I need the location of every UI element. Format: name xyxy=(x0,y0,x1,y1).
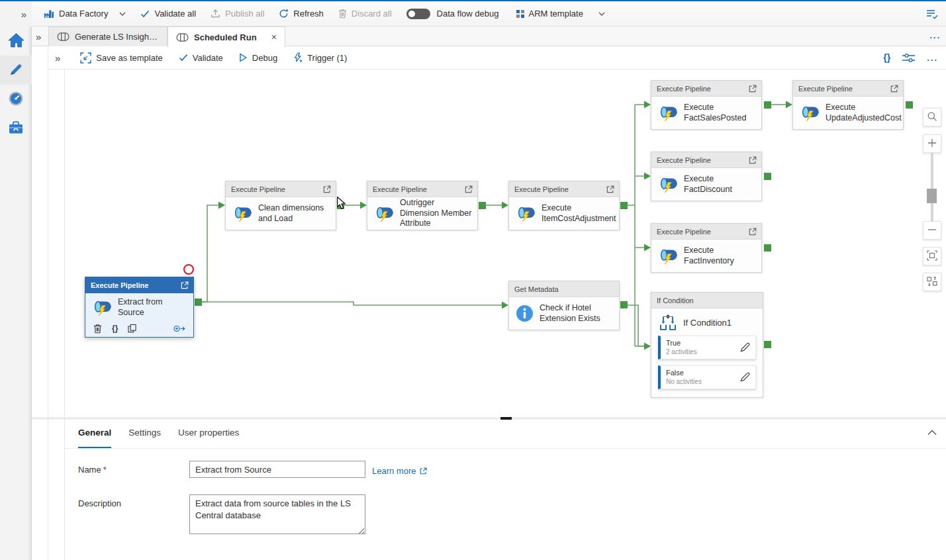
edit-branch-icon[interactable] xyxy=(740,342,750,352)
name-label: Name* xyxy=(78,461,189,478)
open-activity-icon[interactable] xyxy=(464,185,473,194)
node-header[interactable]: Execute Pipeline xyxy=(85,277,193,293)
name-input[interactable] xyxy=(189,461,365,478)
node-header[interactable]: Get Metadata xyxy=(509,281,619,297)
zoom-in-button[interactable] xyxy=(923,134,941,153)
node-body: Execute FactInventory xyxy=(651,240,761,272)
arm-template-icon xyxy=(516,10,524,18)
tab-scheduled-run[interactable]: Scheduled Run × xyxy=(167,26,285,47)
node-header[interactable]: Execute Pipeline xyxy=(509,181,619,197)
canvas-search-button[interactable] xyxy=(923,108,941,126)
refresh-button[interactable]: Refresh xyxy=(279,9,324,19)
description-textarea[interactable]: Extract data from source tables in the L… xyxy=(189,494,365,534)
node-header[interactable]: Execute Pipeline xyxy=(651,224,761,240)
validate-all-button[interactable]: Validate all xyxy=(140,9,196,19)
node-outrigger-dimension-member-attribute[interactable]: Execute Pipeline Outrigger Dimension Mem… xyxy=(367,181,478,230)
zoom-to-fit-button[interactable] xyxy=(923,247,941,265)
publish-icon xyxy=(211,9,220,19)
tab-generate-ls-insight[interactable]: Generate LS Insight ... xyxy=(48,26,167,46)
node-if-condition1[interactable]: If Condition If Condition1 True2 activit… xyxy=(651,292,763,398)
activity-title: Extract from Source xyxy=(118,297,189,318)
node-header[interactable]: Execute Pipeline xyxy=(651,152,761,168)
node-header[interactable]: Execute Pipeline xyxy=(367,181,477,197)
tab-list-collapse-button[interactable]: » xyxy=(36,26,41,46)
settings-sliders-icon[interactable] xyxy=(902,53,915,63)
node-header[interactable]: Execute Pipeline xyxy=(226,181,336,197)
description-field-row: Description Extract data from source tab… xyxy=(78,494,365,536)
node-body: Execute FactDiscount xyxy=(651,168,761,201)
node-execute-factinventory[interactable]: Execute Pipeline Execute FactInventory xyxy=(651,223,762,273)
zoom-out-button[interactable] xyxy=(923,221,941,240)
validate-button[interactable]: Validate xyxy=(179,53,223,63)
discard-all-button[interactable]: Discard all xyxy=(338,9,392,19)
node-action-bar: {} xyxy=(85,322,193,337)
pipeline-overflow-button[interactable]: ... xyxy=(927,53,938,63)
pipeline-canvas[interactable]: Execute Pipeline Extract from Source {} … xyxy=(65,70,946,417)
toolbox-icon xyxy=(8,120,24,137)
zoom-slider-track[interactable] xyxy=(931,153,933,221)
publish-all-button[interactable]: Publish all xyxy=(211,9,264,19)
activities-pane-expand-button[interactable]: » xyxy=(55,52,60,64)
tab-user-properties[interactable]: User properties xyxy=(178,428,239,448)
save-as-template-button[interactable]: Save as template xyxy=(80,52,162,64)
if-true-branch[interactable]: True2 activities xyxy=(658,336,756,359)
refresh-icon xyxy=(279,9,289,19)
node-execute-factsalesposted[interactable]: Execute Pipeline Execute FactSalesPosted xyxy=(651,80,762,130)
zoom-slider-thumb[interactable] xyxy=(927,189,937,203)
clone-activity-icon[interactable] xyxy=(128,324,136,333)
node-check-if-hotel-extension-exists[interactable]: Get Metadata Check if Hotel Extension Ex… xyxy=(508,281,620,330)
close-tab-icon[interactable]: × xyxy=(271,32,277,42)
open-activity-icon[interactable] xyxy=(890,84,899,93)
edit-branch-icon[interactable] xyxy=(740,372,750,382)
data-factory-menu[interactable]: Data Factory xyxy=(44,9,126,19)
open-activity-icon[interactable] xyxy=(322,185,332,194)
get-metadata-info-icon xyxy=(516,304,534,322)
open-activity-icon[interactable] xyxy=(748,156,757,165)
node-execute-updateadjustedcost[interactable]: Execute Pipeline Execute UpdateAdjustedC… xyxy=(792,80,904,130)
node-execute-itemcostadjustment[interactable]: Execute Pipeline Execute ItemCostAdjustm… xyxy=(508,181,620,230)
node-execute-factdiscount[interactable]: Execute Pipeline Execute FactDiscount xyxy=(651,152,762,201)
node-header[interactable]: If Condition xyxy=(651,293,763,308)
node-extract-from-source[interactable]: Execute Pipeline Extract from Source {} xyxy=(85,277,194,338)
tab-overflow-button[interactable]: ... xyxy=(929,30,941,40)
data-flow-debug-toggle[interactable] xyxy=(406,9,430,19)
add-output-icon[interactable] xyxy=(173,325,185,332)
execute-pipeline-icon xyxy=(658,105,678,122)
execute-pipeline-icon xyxy=(658,248,678,265)
debug-button[interactable]: Debug xyxy=(239,53,277,63)
auto-align-button[interactable] xyxy=(923,273,941,291)
trash-icon xyxy=(338,9,347,19)
node-header[interactable]: Execute Pipeline xyxy=(793,81,903,97)
nav-author-button[interactable] xyxy=(0,56,32,85)
save-as-template-label: Save as template xyxy=(96,53,162,63)
arm-template-menu[interactable]: ARM template xyxy=(516,9,605,19)
activity-title: Execute FactInventory xyxy=(684,246,757,266)
execute-pipeline-icon xyxy=(232,205,252,222)
tab-general[interactable]: General xyxy=(78,428,111,448)
activity-title: Execute FactDiscount xyxy=(684,174,757,195)
activity-title: Execute UpdateAdjustedCost xyxy=(826,103,902,123)
nav-home-button[interactable] xyxy=(0,26,32,56)
collapse-panel-button[interactable] xyxy=(927,428,937,438)
open-activity-icon[interactable] xyxy=(748,227,757,236)
view-source-code-icon[interactable]: {} xyxy=(112,324,118,333)
node-clean-dimensions-and-load[interactable]: Execute Pipeline Clean dimensions and Lo… xyxy=(225,181,336,230)
delete-activity-icon[interactable] xyxy=(93,324,102,334)
open-activity-icon[interactable] xyxy=(180,281,189,290)
tab-settings[interactable]: Settings xyxy=(128,428,161,448)
rail-collapse-button[interactable]: » xyxy=(0,1,32,26)
nav-monitor-button[interactable] xyxy=(0,85,32,114)
code-view-button[interactable]: {} xyxy=(883,52,890,63)
node-header[interactable]: Execute Pipeline xyxy=(651,81,761,97)
if-false-branch[interactable]: FalseNo activities xyxy=(658,365,756,389)
home-icon xyxy=(8,32,24,50)
learn-more-link[interactable]: Learn more xyxy=(372,463,428,478)
nav-manage-button[interactable] xyxy=(0,114,32,143)
activity-title: Clean dimensions and Load xyxy=(258,203,332,224)
open-activity-icon[interactable] xyxy=(606,185,615,194)
trigger-button[interactable]: Trigger (1) xyxy=(293,52,347,63)
open-activity-icon[interactable] xyxy=(748,84,757,93)
notifications-list-button[interactable] xyxy=(926,9,938,19)
name-field-row: Name* Learn more xyxy=(78,461,428,478)
activity-title: Execute ItemCostAdjustment xyxy=(542,203,616,224)
